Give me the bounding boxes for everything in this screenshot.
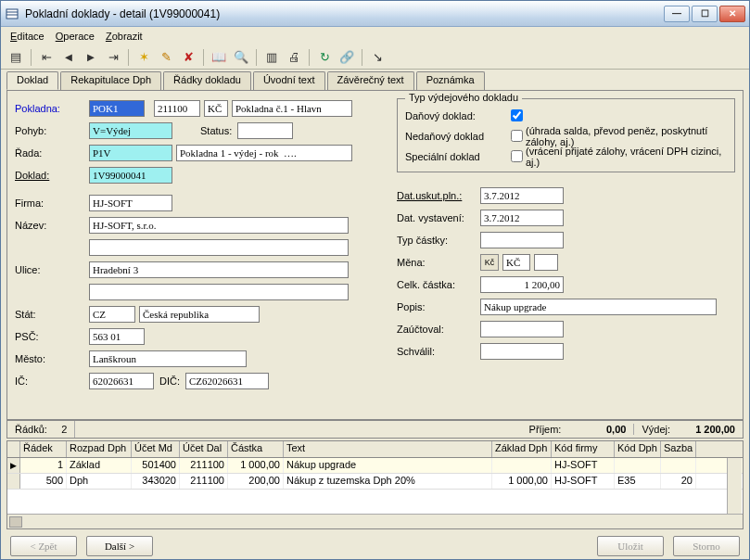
- typ-castky-field[interactable]: [480, 232, 564, 248]
- nedanovy-label: Nedaňový doklad: [405, 131, 507, 142]
- stat-name-field[interactable]: [139, 306, 260, 323]
- tab-radky[interactable]: Řádky dokladu: [163, 71, 251, 90]
- radku-value: 2: [61, 424, 67, 435]
- maximize-button[interactable]: ☐: [692, 6, 718, 22]
- pohyb-label: Pohyb:: [15, 125, 89, 136]
- tool-book-icon[interactable]: 📖: [210, 48, 228, 67]
- tab-doklad[interactable]: Doklad: [6, 71, 58, 90]
- status-field[interactable]: [237, 122, 293, 139]
- mena-label: Měna:: [397, 257, 480, 268]
- table-row[interactable]: ▶1Základ5014002111001 000,00Nákup upgrad…: [7, 458, 743, 474]
- tool-first-icon[interactable]: ⇤: [37, 48, 56, 67]
- col-sazba[interactable]: Sazba: [661, 441, 696, 457]
- tool-refresh-icon[interactable]: ↻: [315, 48, 334, 67]
- table-row[interactable]: 500Dph343020211100200,00Nákup z tuzemska…: [7, 474, 743, 490]
- stat-field[interactable]: [89, 306, 135, 323]
- dat-vyst-label: Dat. vystavení:: [397, 212, 480, 223]
- zauctoval-field[interactable]: [480, 321, 564, 337]
- dic-field[interactable]: [185, 373, 269, 389]
- tab-zaverecny[interactable]: Závěrečný text: [327, 71, 414, 90]
- close-button[interactable]: ✕: [719, 6, 745, 22]
- tool-link-icon[interactable]: 🔗: [337, 48, 356, 67]
- col-kodfirmy[interactable]: Kód firmy: [552, 441, 615, 457]
- tool-delete-icon[interactable]: ✘: [179, 48, 197, 67]
- cancel-button[interactable]: Storno: [673, 536, 740, 556]
- tool-find-icon[interactable]: 🔍: [232, 48, 250, 67]
- tool-prev-icon[interactable]: ◄: [59, 48, 78, 67]
- doklad-field[interactable]: [89, 167, 172, 184]
- summary-bar: Řádků: 2 Příjem:0,00 Výdej:1 200,00: [6, 420, 744, 439]
- col-rozpad[interactable]: Rozpad Dph: [67, 441, 132, 457]
- dat-vyst-field[interactable]: [480, 210, 564, 226]
- radku-label: Řádků:: [15, 424, 47, 435]
- doklad-label[interactable]: Doklad:: [15, 170, 89, 181]
- col-ucetmd[interactable]: Účet Md: [132, 441, 180, 457]
- tool-edit-icon[interactable]: ✎: [157, 48, 175, 67]
- mena-field[interactable]: [502, 254, 530, 271]
- popis-label: Popis:: [397, 301, 480, 312]
- grid-scrollbar-x[interactable]: [7, 514, 743, 528]
- pokladna-field[interactable]: [89, 100, 145, 117]
- col-zaklad[interactable]: Základ Dph: [492, 441, 552, 457]
- schvalil-field[interactable]: [480, 343, 564, 360]
- ulice-field[interactable]: [89, 261, 349, 278]
- specialni-hint: (vrácení přijaté zálohy, vrácení DPH ciz…: [526, 146, 727, 168]
- celk-field[interactable]: [480, 276, 564, 293]
- firma-field[interactable]: [89, 195, 172, 211]
- rada-desc-field[interactable]: [176, 145, 352, 161]
- tool-print-icon[interactable]: 🖨: [285, 48, 303, 67]
- col-radek[interactable]: Řádek: [20, 441, 67, 457]
- menu-zobrazit[interactable]: Zobrazit: [106, 31, 143, 42]
- vydej-value: 1 200,00: [670, 424, 735, 435]
- tool-list-icon[interactable]: ▤: [6, 48, 25, 67]
- tab-content: Pokladna: Pohyb: Status: Řada:: [6, 90, 744, 420]
- tab-rekapitulace[interactable]: Rekapitulace Dph: [60, 71, 161, 90]
- menubar: Editace Operace Zobrazit: [1, 27, 749, 45]
- tool-preview-icon[interactable]: ▥: [262, 48, 281, 67]
- col-ucetdal[interactable]: Účet Dal: [180, 441, 228, 457]
- ulice2-field[interactable]: [89, 284, 349, 300]
- menu-editace[interactable]: Editace: [10, 31, 44, 42]
- tab-poznamka[interactable]: Poznámka: [416, 71, 485, 90]
- celk-label: Celk. částka:: [397, 279, 480, 290]
- menu-operace[interactable]: Operace: [56, 31, 95, 42]
- tool-next-icon[interactable]: ►: [82, 48, 100, 67]
- pohyb-field[interactable]: [89, 122, 172, 139]
- mesto-field[interactable]: [89, 350, 247, 367]
- popis-field[interactable]: [480, 299, 717, 315]
- danovy-checkbox[interactable]: [511, 109, 523, 121]
- nedanovy-checkbox[interactable]: [511, 130, 523, 142]
- mena-picker-button[interactable]: Kč: [480, 254, 499, 271]
- psc-field[interactable]: [89, 328, 145, 345]
- tool-last-icon[interactable]: ⇥: [104, 48, 122, 67]
- grid-header: Řádek Rozpad Dph Účet Md Účet Dal Částka…: [7, 441, 743, 458]
- specialni-checkbox[interactable]: [511, 150, 523, 162]
- app-icon: [5, 6, 19, 21]
- save-button[interactable]: Uložit: [597, 536, 664, 556]
- next-button[interactable]: Další >: [86, 536, 153, 556]
- nazev2-field[interactable]: [89, 239, 349, 256]
- col-koddph[interactable]: Kód Dph: [615, 441, 661, 457]
- ic-field[interactable]: [89, 373, 154, 389]
- grid-scrollbar-y[interactable]: [727, 458, 742, 514]
- zauctoval-label: Zaúčtoval:: [397, 324, 480, 335]
- tab-uvodni[interactable]: Úvodní text: [253, 71, 325, 90]
- lines-grid[interactable]: Řádek Rozpad Dph Účet Md Účet Dal Částka…: [6, 440, 744, 529]
- pokladna-kc-field[interactable]: [204, 100, 228, 117]
- pokladna-label: Pokladna:: [15, 103, 89, 114]
- pokladna-desc-field[interactable]: [232, 100, 352, 117]
- back-button[interactable]: < Zpět: [10, 536, 77, 556]
- pokladna-code-field[interactable]: [154, 100, 200, 117]
- rada-field[interactable]: [89, 145, 172, 161]
- col-text[interactable]: Text: [284, 441, 492, 457]
- mena-extra-field[interactable]: [534, 254, 558, 271]
- doc-type-legend: Typ výdejového dokladu: [405, 92, 522, 103]
- minimize-button[interactable]: —: [664, 6, 690, 22]
- typ-castky-label: Typ částky:: [397, 235, 480, 246]
- tool-export-icon[interactable]: ↘: [368, 48, 387, 67]
- dat-uskut-label[interactable]: Dat.uskut.pln.:: [397, 190, 480, 201]
- tool-new-icon[interactable]: ✶: [134, 48, 153, 67]
- nazev-field[interactable]: [89, 217, 349, 234]
- dat-uskut-field[interactable]: [480, 187, 564, 204]
- col-castka[interactable]: Částka: [228, 441, 284, 457]
